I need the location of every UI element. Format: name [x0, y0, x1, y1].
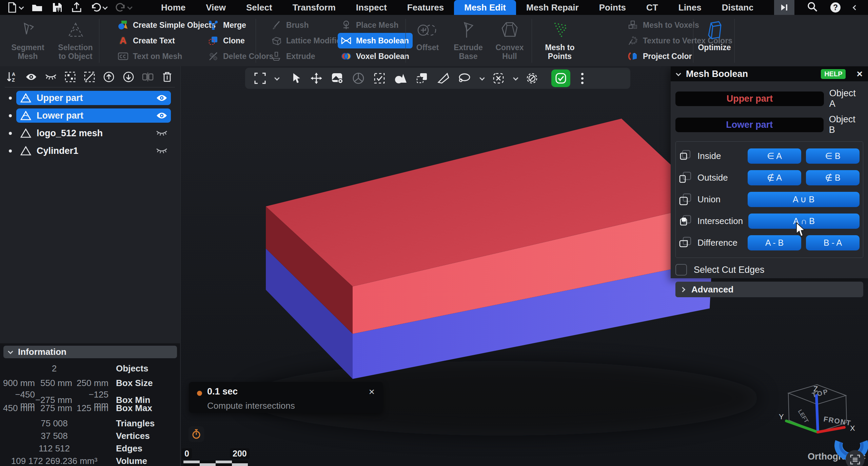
toast-close-button[interactable]: × [369, 386, 375, 398]
brush-button[interactable]: Brush [268, 17, 347, 33]
fit-view-button[interactable] [250, 68, 270, 89]
sort-icon[interactable]: AZ [6, 71, 18, 83]
new-file-button[interactable] [7, 2, 23, 13]
rename-icon[interactable] [142, 71, 154, 83]
hide-object-icon[interactable] [45, 71, 57, 83]
mesh-boolean-button[interactable]: Mesh Boolean [338, 33, 413, 48]
merge-button[interactable]: Merge [205, 17, 277, 33]
delete-colors-button[interactable]: Delete Colors [205, 48, 277, 64]
lasso-chevron[interactable] [475, 68, 488, 89]
select-shapes-button[interactable] [390, 68, 412, 89]
fit-view-chevron[interactable] [270, 68, 283, 89]
toolbar-menu-button[interactable] [578, 73, 587, 84]
clone-button[interactable]: Clone [205, 33, 277, 48]
object-row-lower-part[interactable]: Lower part [16, 108, 171, 123]
tab-inspect[interactable]: Inspect [346, 0, 397, 15]
view-options-button[interactable] [846, 450, 865, 466]
inside-b-button[interactable]: ∈ B [806, 148, 860, 164]
object-row-logo-512-mesh[interactable]: logo_512 mesh [16, 126, 171, 140]
difference-ba-button[interactable]: B - A [806, 235, 860, 250]
visibility-off-icon[interactable] [156, 147, 167, 154]
segment-mesh-button[interactable]: Segment Mesh [4, 17, 52, 64]
text-on-mesh-button[interactable]: Text on Mesh [115, 48, 219, 64]
panel-collapse-icon[interactable] [676, 71, 681, 76]
outside-b-button[interactable]: ∉ B [806, 170, 860, 185]
tab-points[interactable]: Points [589, 0, 636, 15]
next-tabs-button[interactable] [774, 0, 794, 15]
delete-object-icon[interactable] [161, 71, 173, 83]
visibility-off-icon[interactable] [156, 130, 167, 137]
duplicate-selection-button[interactable] [412, 68, 433, 89]
deselect-box-button[interactable] [488, 68, 509, 89]
create-text-button[interactable]: A Create Text [115, 33, 219, 48]
lasso-select-button[interactable] [454, 68, 475, 89]
place-mesh-button[interactable]: Place Mesh [338, 17, 413, 33]
undo-button[interactable] [91, 2, 106, 13]
select-all-icon[interactable] [64, 71, 76, 83]
information-header[interactable]: Information [3, 346, 177, 358]
panel-divider [5, 87, 175, 87]
cut-plane-button[interactable] [433, 68, 454, 89]
extrude-button[interactable]: Extrude [268, 48, 347, 64]
create-simple-objects-button[interactable]: Create Simple Objects [115, 17, 219, 33]
panel-close-button[interactable]: × [856, 68, 863, 80]
object-row-cylinder1[interactable]: Cylinder1 [16, 144, 171, 158]
redo-button[interactable] [115, 2, 131, 13]
outside-a-button[interactable]: ∉ A [748, 170, 801, 185]
shading-settings-button[interactable] [327, 68, 348, 89]
selection-to-object-button[interactable]: Selection to Object [54, 17, 97, 64]
object-b-field[interactable]: Lower part [675, 118, 824, 132]
save-button[interactable] [52, 2, 63, 13]
object-a-field[interactable]: Upper part [675, 92, 824, 106]
tab-mesh-repair[interactable]: Mesh Repair [516, 0, 589, 15]
voxel-boolean-button[interactable]: Voxel Boolean [338, 48, 413, 64]
mesh-to-points-button[interactable]: Mesh to Points [534, 17, 585, 64]
select-elements-button[interactable] [369, 68, 390, 89]
trackball-button[interactable] [348, 68, 369, 89]
help-button[interactable]: ? [830, 2, 841, 13]
select-cut-edges-row[interactable]: Select Cut Edges [675, 263, 863, 277]
timing-log-button[interactable] [189, 426, 204, 442]
convex-hull-button[interactable]: Convex Hull [490, 17, 530, 64]
object-panel: AZ Upper part [0, 66, 181, 466]
object-row-upper-part[interactable]: Upper part [16, 91, 171, 105]
export-button[interactable] [72, 2, 82, 13]
search-button[interactable] [807, 2, 817, 13]
offset-button[interactable]: Offset [409, 17, 447, 64]
help-badge[interactable]: HELP [821, 69, 846, 79]
tab-lines[interactable]: Lines [668, 0, 712, 15]
move-down-icon[interactable] [123, 71, 134, 83]
difference-ab-button[interactable]: A - B [748, 235, 801, 250]
cube-front-label[interactable]: FRONT [823, 415, 852, 427]
tab-transform[interactable]: Transform [282, 0, 346, 15]
advanced-section[interactable]: Advanced [675, 282, 863, 297]
tab-distance-map[interactable]: Distance Map [712, 0, 753, 15]
clear-selection-button[interactable] [521, 68, 542, 89]
select-cut-edges-checkbox[interactable] [675, 264, 687, 276]
show-object-icon[interactable] [25, 71, 37, 83]
deselect-all-icon[interactable] [84, 71, 95, 83]
move-up-icon[interactable] [103, 71, 115, 83]
inside-a-button[interactable]: ∈ A [748, 148, 801, 164]
x-axis-label: X [850, 424, 855, 432]
cube-left-label[interactable]: LEFT [797, 408, 810, 424]
open-file-button[interactable] [32, 3, 43, 12]
tab-ct[interactable]: CT [636, 0, 668, 15]
visibility-on-icon[interactable] [156, 112, 167, 120]
collapse-ribbon-button[interactable] [853, 5, 858, 10]
deselect-chevron[interactable] [509, 68, 521, 89]
visibility-on-icon[interactable] [156, 94, 167, 102]
confirm-button[interactable] [551, 69, 570, 87]
lattice-modifier-button[interactable]: Lattice Modifier [268, 33, 347, 48]
tab-view[interactable]: View [196, 0, 236, 15]
extrude-base-button[interactable]: Extrude Base [448, 17, 488, 64]
boolean-operations-group: Inside ∈ A ∈ B Outside ∉ A ∉ B [675, 141, 863, 258]
tab-features[interactable]: Features [397, 0, 454, 15]
move-button[interactable] [306, 68, 327, 89]
tab-home[interactable]: Home [151, 0, 196, 15]
union-button[interactable]: A ∪ B [748, 192, 860, 207]
tab-select[interactable]: Select [236, 0, 282, 15]
select-cursor-button[interactable] [288, 68, 306, 89]
optimize-button[interactable]: Optimize [696, 17, 733, 64]
tab-mesh-edit[interactable]: Mesh Edit [454, 0, 516, 15]
